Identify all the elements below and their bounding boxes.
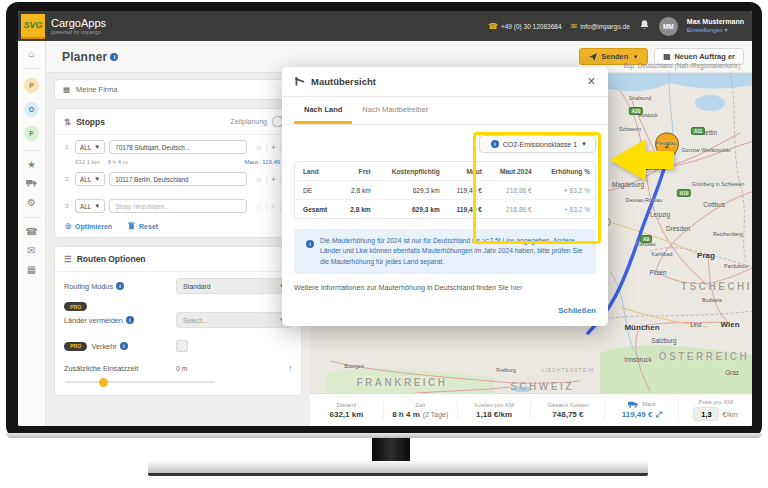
info-icon [491,140,499,148]
topbar: SVG CargoApps powered by impargo ☎ +49 (… [18,11,752,41]
map-city-label: Pilsen [649,269,666,276]
tab-nach-mautbetreiber[interactable]: Nach Mautbetreiber [352,97,438,124]
sidebar-item-p[interactable]: P [24,78,39,93]
sidebar-mail-icon[interactable]: ✉ [27,246,35,256]
notifications-bell-icon[interactable] [639,19,650,33]
stop-index: 1 [63,144,71,150]
emission-class-dropdown[interactable]: CO2-Emissionsklasse 1 ▼ [479,135,596,153]
sidebar-favorites-star-icon[interactable]: ★ [27,160,36,170]
info-icon[interactable] [110,53,118,61]
map-city-label: Cottbus [703,201,725,208]
new-stop-input[interactable] [109,199,247,213]
building-icon: ▦ [63,85,70,94]
map-city-label: Bourges [344,363,364,369]
extra-time-slider[interactable] [65,381,215,383]
routing-mode-select[interactable]: Standard▼ [176,278,292,294]
stat-toll: Maut 119,49 €⤢ [604,401,678,420]
traffic-label: Verkehr [91,342,116,351]
user-menu[interactable]: Max Mustermann Einstellungen ▾ [687,18,744,34]
tab-nach-land[interactable]: Nach Land [294,97,352,124]
divider [23,68,41,69]
map-city-label: Budweis [702,297,722,303]
map-city-label: Linz [690,321,702,328]
motorway-shield: A20 [629,107,643,115]
info-icon[interactable] [120,342,128,350]
divider [23,217,41,218]
send-button-label: Senden [601,52,628,61]
leg-time: 8 h 4 m [108,159,128,165]
new-order-label: Neuen Auftrag er [674,52,735,61]
add-stop-icon[interactable]: + [266,175,279,184]
trash-icon [128,222,135,230]
sidebar-settings-gear-icon[interactable]: ⚙ [27,198,36,208]
map-city-label: München [624,323,659,332]
leg-toll-label: Maut: [244,159,259,165]
stat-cost-per-km: Kosten pro KM 1,18 €/km [457,402,531,419]
stop-address-input[interactable] [109,172,247,186]
more-info-link[interactable]: hier [510,283,522,292]
traffic-checkbox[interactable] [176,340,188,352]
avatar[interactable]: MM [659,17,678,36]
sidebar-item-o[interactable]: O [24,102,39,117]
map-city-label: Freiburg [496,367,516,373]
stop-mode-select[interactable]: ALL▼ [75,199,105,213]
email-link[interactable]: ✉ info@impargo.de [571,22,630,31]
sidebar-truck-icon[interactable] [26,179,38,189]
brand-subtitle: powered by impargo [51,29,106,35]
monitor-stand-base [148,461,648,476]
stop-address-input[interactable] [109,140,247,154]
routing-mode-label: Routing Modus [64,282,113,291]
price-per-km-input[interactable] [693,407,719,421]
stops-title: Stopps [76,117,105,127]
avoid-countries-select[interactable]: Select...▼ [176,312,292,328]
reset-button[interactable]: Reset [128,222,158,230]
chevron-down-icon: ▼ [632,54,638,60]
sidebar-item-f[interactable]: F [24,126,39,141]
map-city-label: Schwerin [619,126,641,132]
stop-mode-select[interactable]: ALL▼ [75,172,105,186]
motorway-shield: A11 [691,127,705,135]
map-city-label: Dessau-Roßlau [626,197,663,203]
optimize-button[interactable]: ◎ Optimieren [65,222,112,230]
map-city-label: Dresden [666,225,690,232]
favorite-star-icon[interactable]: ☆ [251,202,266,211]
slider-knob[interactable] [99,378,108,387]
map-city-label: Leipzig [650,211,670,218]
info-banner-text: Die Mauterhöhung für 2024 ist nur für De… [320,236,587,267]
stat-total-cost: Gesamt Kosten 748,75 € [530,402,604,419]
company-select[interactable]: ▦ Meine Firma [54,79,302,100]
motorway-shield: A10 [677,189,691,197]
phone-link[interactable]: ☎ +49 (0) 30 12083684 [488,22,562,31]
add-stop-icon[interactable]: + [266,143,279,152]
pro-badge: PRO [64,342,87,351]
sidebar-phone-icon[interactable]: ☎ [25,227,37,237]
favorite-star-icon[interactable]: ☆ [251,175,266,184]
callout-arrow-left [610,139,676,181]
extra-time-label: Zusätzliche Einsatzzeit [64,364,138,373]
info-icon[interactable] [116,282,124,290]
favorite-star-icon[interactable]: ☆ [251,143,266,152]
stop-row-1: 1 ALL▼ ☆ + × [55,135,301,156]
svg-logo[interactable]: SVG [21,14,45,39]
planner-panel: ▦ Meine Firma ⇅ Stopps Zeitplanung 1 ALL… [46,73,310,426]
map-city-label: Stralsund [629,95,651,101]
add-stop-icon[interactable]: + [266,202,279,211]
vehicle-profile-hint: Bsp: Deutschland (Nah-/Regionalverkehr) [623,62,740,69]
expand-icon[interactable]: ⤢ [655,410,661,420]
close-button[interactable]: Schließen [558,306,596,315]
optimize-icon: ◎ [65,222,71,230]
stop-mode-select[interactable]: ALL▼ [75,140,105,154]
sidebar-home-icon[interactable]: ⌂ [28,49,34,59]
close-icon[interactable]: ✕ [587,76,596,87]
table-row-total: Gesamt 2,8 km 629,3 km 119,49 € 218,86 €… [295,200,595,219]
toll-gate-icon [294,76,305,87]
arrow-up-icon[interactable]: ↑ [288,364,292,373]
map-city-label: Wien [720,320,739,329]
settings-link[interactable]: Einstellungen [687,27,723,33]
info-icon[interactable] [126,316,134,324]
map-city-label: Salzburg [652,337,677,344]
map-city-label: Grünberg in Schlesien [689,181,747,187]
page-title: Planner [62,50,107,64]
stat-distance: Distanz 632,1 km [310,402,383,419]
sidebar-card-icon[interactable]: ▦ [27,265,36,275]
